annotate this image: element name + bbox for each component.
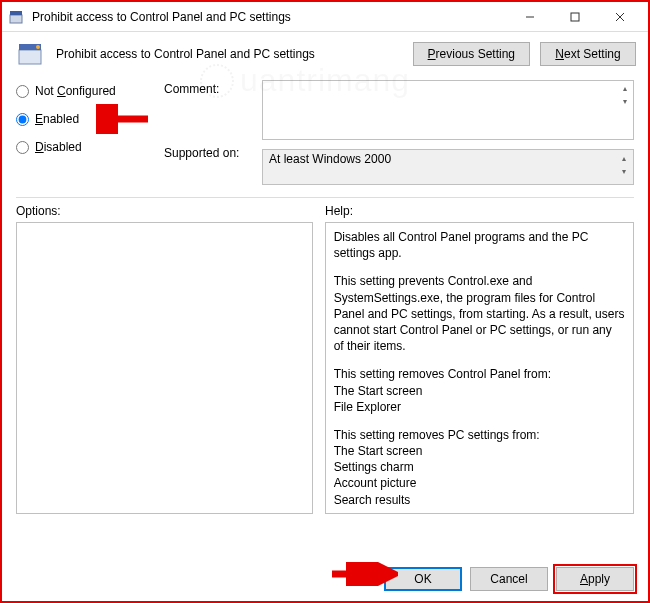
app-icon bbox=[8, 9, 24, 25]
help-p4: This setting removes PC settings from: T… bbox=[334, 427, 625, 508]
dialog-window: Prohibit access to Control Panel and PC … bbox=[0, 0, 650, 603]
help-p1: Disables all Control Panel programs and … bbox=[334, 229, 625, 261]
maximize-button[interactable] bbox=[552, 3, 597, 31]
radio-disabled-label: Disabled bbox=[35, 140, 82, 154]
cancel-button[interactable]: Cancel bbox=[470, 567, 548, 591]
comment-wrap: ▴▾ bbox=[262, 80, 634, 143]
radio-not-configured-label: Not Configured bbox=[35, 84, 116, 98]
radio-not-configured-input[interactable] bbox=[16, 85, 29, 98]
supported-scroll[interactable]: ▴▾ bbox=[616, 152, 631, 178]
svg-rect-1 bbox=[10, 11, 22, 15]
help-p2: This setting prevents Control.exe and Sy… bbox=[334, 273, 625, 354]
help-p3: This setting removes Control Panel from:… bbox=[334, 366, 625, 415]
header-row: Prohibit access to Control Panel and PC … bbox=[2, 32, 648, 80]
prev-label-rest: revious Setting bbox=[436, 47, 515, 61]
policy-title: Prohibit access to Control Panel and PC … bbox=[56, 47, 403, 61]
comment-textarea[interactable] bbox=[262, 80, 634, 140]
radio-disabled-input[interactable] bbox=[16, 141, 29, 154]
radio-enabled-label: Enabled bbox=[35, 112, 79, 126]
divider bbox=[16, 197, 634, 198]
supported-on-label: Supported on: bbox=[164, 146, 250, 160]
next-setting-button[interactable]: Next Setting bbox=[540, 42, 636, 66]
radio-not-configured[interactable]: Not Configured bbox=[16, 84, 152, 98]
apply-button[interactable]: Apply bbox=[556, 567, 634, 591]
window-buttons bbox=[507, 3, 642, 31]
close-button[interactable] bbox=[597, 3, 642, 31]
minimize-button[interactable] bbox=[507, 3, 552, 31]
field-values: ▴▾ At least Windows 2000 ▴▾ bbox=[262, 80, 634, 185]
apply-label-rest: pply bbox=[588, 572, 610, 586]
state-radiogroup: Not Configured Enabled Disabled bbox=[16, 80, 152, 185]
supported-on-box: At least Windows 2000 ▴▾ bbox=[262, 149, 634, 185]
radio-enabled-input[interactable] bbox=[16, 113, 29, 126]
next-label-rest: ext Setting bbox=[564, 47, 621, 61]
pane-labels: Options: Help: bbox=[2, 204, 648, 218]
help-label: Help: bbox=[325, 204, 634, 218]
panes: Disables all Control Panel programs and … bbox=[2, 222, 648, 557]
options-label: Options: bbox=[16, 204, 325, 218]
comment-scroll[interactable]: ▴▾ bbox=[617, 82, 632, 108]
svg-rect-6 bbox=[19, 50, 41, 64]
radio-enabled[interactable]: Enabled bbox=[16, 112, 152, 126]
titlebar: Prohibit access to Control Panel and PC … bbox=[2, 2, 648, 32]
help-pane[interactable]: Disables all Control Panel programs and … bbox=[325, 222, 634, 514]
options-pane bbox=[16, 222, 313, 514]
window-title: Prohibit access to Control Panel and PC … bbox=[32, 10, 507, 24]
svg-rect-0 bbox=[10, 15, 22, 23]
previous-setting-button[interactable]: Previous Setting bbox=[413, 42, 530, 66]
svg-rect-3 bbox=[571, 13, 579, 21]
footer: OK Cancel Apply bbox=[2, 557, 648, 601]
svg-point-8 bbox=[36, 45, 40, 49]
nav-buttons: Previous Setting Next Setting bbox=[413, 42, 636, 66]
comment-label: Comment: bbox=[164, 82, 250, 146]
radio-disabled[interactable]: Disabled bbox=[16, 140, 152, 154]
supported-on-value: At least Windows 2000 bbox=[269, 152, 391, 166]
policy-icon bbox=[14, 38, 46, 70]
field-labels: Comment: Supported on: bbox=[164, 80, 250, 185]
ok-button[interactable]: OK bbox=[384, 567, 462, 591]
config-row: Not Configured Enabled Disabled Comment:… bbox=[2, 80, 648, 185]
